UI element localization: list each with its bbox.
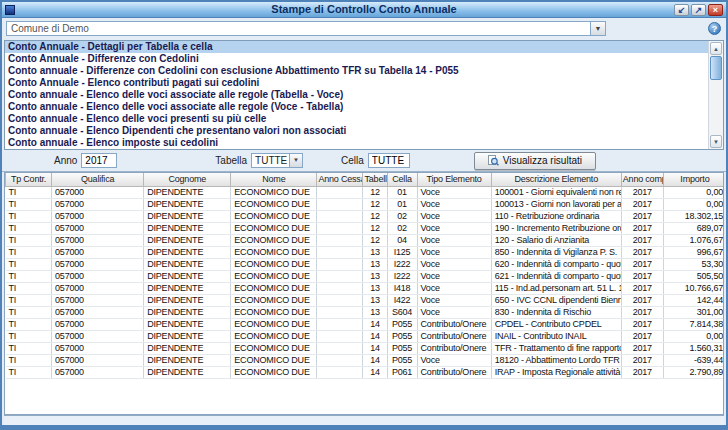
table-row[interactable]: TI057000DIPENDENTEECONOMICO DUE13I422Voc… [6, 294, 725, 306]
table-header-row: Tp Contr.QualificaCognomeNomeAnno Cessaz… [6, 173, 725, 186]
table-cell: 2017 [621, 270, 663, 282]
table-cell: 12 [363, 186, 387, 198]
table-cell: 13 [363, 270, 387, 282]
column-header[interactable]: Cella [387, 173, 417, 186]
scroll-down-icon[interactable]: ▼ [710, 135, 722, 148]
table-cell: DIPENDENTE [144, 330, 231, 342]
report-list-item[interactable]: Conto Annuale - Differenze con Cedolini [5, 53, 708, 65]
table-cell: -639,44 [663, 354, 724, 366]
results-table-container: Tp Contr.QualificaCognomeNomeAnno Cessaz… [4, 172, 724, 415]
column-header[interactable]: Importo [663, 173, 724, 186]
table-cell: TI [6, 366, 52, 378]
table-cell: P061 [387, 366, 417, 378]
column-header[interactable]: Cognome [144, 173, 231, 186]
column-header[interactable]: Tipo Elemento [417, 173, 491, 186]
company-combobox-value: Comune di Demo [7, 22, 590, 35]
table-cell: Voce [417, 222, 491, 234]
table-cell: Contributo/Onere [417, 318, 491, 330]
report-list-item[interactable]: Conto annuale - Elenco imposte sui cedol… [5, 137, 708, 149]
table-cell: 190 - Incremento Retribuzione ordina [491, 222, 621, 234]
table-cell: I422 [387, 294, 417, 306]
table-cell: I418 [387, 282, 417, 294]
table-cell: TI [6, 294, 52, 306]
table-cell: Contributo/Onere [417, 330, 491, 342]
column-header[interactable]: Anno comp. [621, 173, 663, 186]
table-cell: DIPENDENTE [144, 222, 231, 234]
table-cell: DIPENDENTE [144, 294, 231, 306]
column-header[interactable]: Tp Contr. [6, 173, 52, 186]
column-header[interactable]: Anno Cessaz. [317, 173, 363, 186]
report-list-item[interactable]: Conto annuale - Elenco delle voci associ… [5, 89, 708, 101]
table-cell [317, 342, 363, 354]
table-cell: 057000 [52, 270, 144, 282]
table-cell: 13 [363, 306, 387, 318]
report-list-item[interactable]: Conto Annuale - Elenco contributi pagati… [5, 77, 708, 89]
visualizza-risultati-button[interactable]: Visualizza risultati [474, 152, 596, 170]
table-row[interactable]: TI057000DIPENDENTEECONOMICO DUE13I222Voc… [6, 270, 725, 282]
table-cell [317, 294, 363, 306]
table-cell: 13 [363, 246, 387, 258]
table-cell: ECONOMICO DUE [231, 366, 317, 378]
table-row[interactable]: TI057000DIPENDENTEECONOMICO DUE1204Voce1… [6, 234, 725, 246]
report-list-item[interactable]: Conto annuale - Elenco Dipendenti che pr… [5, 125, 708, 137]
anno-input[interactable] [81, 153, 117, 168]
table-row[interactable]: TI057000DIPENDENTEECONOMICO DUE14P055Con… [6, 342, 725, 354]
column-header[interactable]: Qualifica [52, 173, 144, 186]
table-row[interactable]: TI057000DIPENDENTEECONOMICO DUE1201Voce1… [6, 198, 725, 210]
table-cell: CPDEL - Contributo CPDEL [491, 318, 621, 330]
table-row[interactable]: TI057000DIPENDENTEECONOMICO DUE14P055Con… [6, 318, 725, 330]
table-cell: Voce [417, 210, 491, 222]
company-combobox[interactable]: Comune di Demo ▼ [6, 21, 606, 36]
table-cell: 620 - Indennità di comparto - quota b [491, 258, 621, 270]
table-cell: 0,00 [663, 330, 724, 342]
close-icon[interactable]: × [708, 4, 723, 16]
tabella-select[interactable]: TUTTE ▼ [251, 153, 303, 168]
chevron-down-icon[interactable]: ▼ [590, 22, 605, 35]
table-cell: TI [6, 186, 52, 198]
cella-input[interactable] [368, 153, 410, 168]
maximize-icon[interactable]: ↗ [691, 4, 706, 16]
scroll-up-icon[interactable]: ▲ [710, 42, 722, 55]
scrollbar-thumb[interactable] [710, 56, 722, 80]
table-cell: 057000 [52, 246, 144, 258]
table-row[interactable]: TI057000DIPENDENTEECONOMICO DUE13I125Voc… [6, 246, 725, 258]
table-row[interactable]: TI057000DIPENDENTEECONOMICO DUE13S604Voc… [6, 306, 725, 318]
report-list-item[interactable]: Conto annuale - Differenze con Cedolini … [5, 65, 708, 77]
column-header[interactable]: Descrizione Elemento [491, 173, 621, 186]
table-row[interactable]: TI057000DIPENDENTEECONOMICO DUE13I222Voc… [6, 258, 725, 270]
table-cell: 2017 [621, 342, 663, 354]
report-list-item[interactable]: Conto annuale - Elenco delle voci presen… [5, 113, 708, 125]
report-list-item[interactable]: Conto annuale - Elenco delle voci associ… [5, 101, 708, 113]
table-row[interactable]: TI057000DIPENDENTEECONOMICO DUE13I418Voc… [6, 282, 725, 294]
report-listbox: Conto Annuale - Dettagli per Tabella e c… [4, 40, 724, 150]
table-cell: Contributo/Onere [417, 366, 491, 378]
table-cell: 830 - Indennita di Rischio [491, 306, 621, 318]
table-cell [317, 330, 363, 342]
column-header[interactable]: Nome [231, 173, 317, 186]
table-cell: DIPENDENTE [144, 198, 231, 210]
report-list-item[interactable]: Conto Annuale - Dettagli per Tabella e c… [5, 41, 708, 53]
table-cell: 057000 [52, 282, 144, 294]
table-row[interactable]: TI057000DIPENDENTEECONOMICO DUE1202Voce1… [6, 222, 725, 234]
table-cell: DIPENDENTE [144, 354, 231, 366]
help-icon[interactable]: ? [708, 22, 721, 35]
table-row[interactable]: TI057000DIPENDENTEECONOMICO DUE14P055Con… [6, 330, 725, 342]
table-cell: 115 - Ind.ad.personam art. 51 L. 142 [491, 282, 621, 294]
table-row[interactable]: TI057000DIPENDENTEECONOMICO DUE1201Voce1… [6, 186, 725, 198]
table-row[interactable]: TI057000DIPENDENTEECONOMICO DUE14P061Con… [6, 366, 725, 378]
table-cell: TI [6, 270, 52, 282]
table-cell: 0,00 [663, 186, 724, 198]
table-cell: 057000 [52, 330, 144, 342]
table-row[interactable]: TI057000DIPENDENTEECONOMICO DUE1202Voce1… [6, 210, 725, 222]
column-header[interactable]: Tabella [363, 173, 387, 186]
table-cell: 2017 [621, 234, 663, 246]
table-cell: Voce [417, 198, 491, 210]
table-cell: 2017 [621, 318, 663, 330]
list-scrollbar[interactable]: ▲ ▼ [708, 41, 723, 149]
table-row[interactable]: TI057000DIPENDENTEECONOMICO DUE14P055Voc… [6, 354, 725, 366]
visualizza-risultati-label: Visualizza risultati [503, 155, 582, 166]
table-cell: 18120 - Abbattimento Lordo TFR [491, 354, 621, 366]
minimize-icon[interactable]: ↙ [674, 4, 689, 16]
chevron-down-icon[interactable]: ▼ [289, 154, 302, 167]
table-cell: DIPENDENTE [144, 258, 231, 270]
